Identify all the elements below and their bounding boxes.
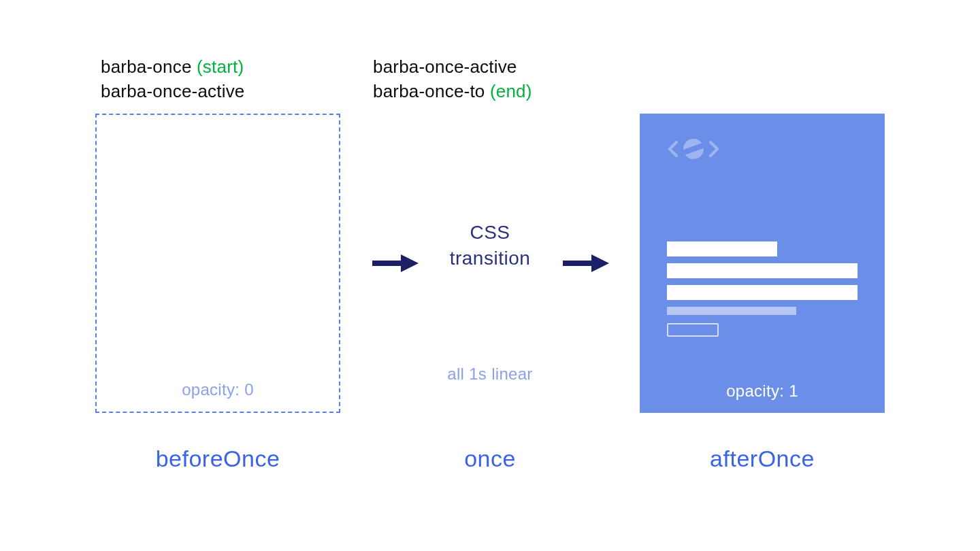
- transition-sub: all 1s linear: [447, 365, 532, 384]
- transition-center: CSS transition all 1s linear: [340, 114, 640, 413]
- middle-class-labels: barba-once-active barba-once-to (end): [340, 54, 640, 104]
- stage-name-after: afterOnce: [640, 446, 885, 472]
- left-class-labels: barba-once (start) barba-once-active: [95, 54, 340, 104]
- opacity-label-left: opacity: 0: [97, 380, 339, 399]
- class-name: barba-once-to: [373, 81, 485, 101]
- class-name: barba-once: [101, 56, 192, 77]
- class-name: barba-once-active: [373, 56, 517, 77]
- before-once-panel: opacity: 0: [95, 114, 340, 413]
- mockup-bar: [667, 263, 858, 278]
- stage-name-before: beforeOnce: [95, 446, 340, 472]
- arrow-icon: [368, 253, 421, 273]
- arrow-icon: [559, 253, 612, 273]
- opacity-label-right: opacity: 1: [640, 382, 885, 401]
- mockup-bar: [667, 241, 777, 256]
- mockup-bar-faded: [667, 307, 796, 315]
- svg-marker-1: [401, 254, 419, 272]
- stage-name-once: once: [340, 446, 640, 472]
- svg-marker-3: [591, 254, 609, 272]
- transition-title: CSS transition: [450, 220, 531, 271]
- class-name: barba-once-active: [101, 81, 245, 101]
- stage-names-row: beforeOnce once afterOnce: [95, 446, 885, 472]
- barba-logo-icon: [667, 137, 720, 161]
- mockup-button-outline: [667, 323, 719, 337]
- class-annot: (end): [490, 81, 532, 101]
- after-once-panel: opacity: 1: [640, 114, 885, 413]
- mockup-content: [667, 241, 858, 337]
- class-annot: (start): [197, 56, 244, 77]
- mockup-bar: [667, 285, 858, 300]
